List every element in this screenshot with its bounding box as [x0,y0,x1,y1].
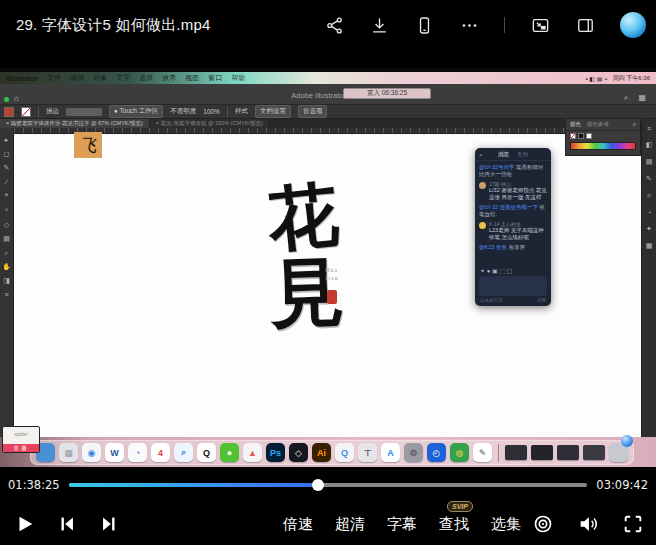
divider [38,107,39,117]
panel-icon-5[interactable]: ◔ [647,209,651,216]
panel-icon-3[interactable]: ✎ [646,175,652,183]
quality-button[interactable]: 超清 [335,515,365,534]
progress-thumb[interactable] [312,479,324,491]
panel-icon-2[interactable]: ▤ [646,158,653,166]
reference-swatch[interactable]: 飞 [74,132,102,158]
dock-icon-notes[interactable]: ✎ [473,443,492,462]
panel-icon-6[interactable]: ✦ [646,225,652,233]
dock-minimized-window-4[interactable] [583,445,605,460]
chat-panel[interactable]: × 消息 互动 @UI·32号同学 笔画粗细对比再大一些哈 17期·秋山 L/3… [475,148,551,306]
previous-button[interactable] [56,513,78,535]
color-panel-tab[interactable]: 颜色 [570,121,581,128]
corner-sticker-widget[interactable]: spider 直播 [2,426,40,453]
style-label[interactable]: 样式 [235,107,248,116]
play-button[interactable] [14,513,36,535]
speed-button[interactable]: 倍速 [283,515,313,534]
dock-icon-settings[interactable]: ⚙ [404,443,423,462]
touch-workspace-button[interactable]: ● Touch 工作区 [109,105,163,118]
panel-icon-7[interactable]: ▦ [646,242,653,250]
dock-icon-chrome[interactable]: ◔ [128,443,147,462]
black-swatch[interactable] [578,133,584,139]
stroke-swatch[interactable] [21,107,31,117]
white-swatch[interactable] [586,133,592,139]
opacity-value[interactable]: 100% [203,108,220,115]
titlebar-search-layout-icons[interactable]: ⌕ ▦ [624,93,650,103]
color-guide-tab[interactable]: 颜色参考 [587,121,609,128]
color-spectrum-bar[interactable] [570,142,636,150]
preferences-button[interactable]: 首选项 [298,105,328,118]
next-button[interactable] [98,513,120,535]
subtitle-button[interactable]: 字幕 [387,515,417,534]
episodes-button[interactable]: 选集 [491,515,521,534]
stroke-width-input[interactable] [66,108,102,116]
pip-icon[interactable] [530,15,550,35]
dock-icon-cloud-app[interactable]: ▲ [243,443,262,462]
panel-icon-4[interactable]: ⌗ [647,192,651,200]
chat-tab-messages[interactable]: 消息 [498,151,509,158]
pen-tool-icon[interactable]: ✎ [4,164,10,172]
mobile-icon[interactable] [414,15,434,35]
dock-icon-appstore[interactable]: A [381,443,400,462]
floating-assistant-ball[interactable] [621,435,633,447]
document-tab-active[interactable]: × 隔壁老陈字体课作业-花见书法字 @ 67% (CMYK/预览) [0,119,150,128]
dock-minimized-window-2[interactable] [531,445,553,460]
dock-minimized-window-3[interactable] [557,445,579,460]
stroke-label[interactable]: 描边 [46,107,59,116]
video-frame[interactable]: Illustrator 文件 编辑 对象 文字 选择 效果 视图 窗口 帮助 ▪… [0,68,656,467]
dock-icon-safari[interactable]: ◉ [82,443,101,462]
danmaku-settings-icon[interactable] [532,513,554,535]
volume-icon[interactable] [577,513,599,535]
artboard-tool-icon[interactable]: ◨ [3,277,10,285]
more-icon[interactable] [459,15,479,35]
hand-tool-icon[interactable]: ✋ [2,263,11,271]
search-button[interactable]: SVIP 查找 [439,515,469,534]
chat-tab-interact[interactable]: 互动 [517,151,528,158]
dock-icon-illustrator[interactable]: Ai [312,443,331,462]
menu-item-edit: 编辑 [70,73,84,83]
selection-tool-icon[interactable]: ▸ [5,136,9,144]
dock-minimized-window-1[interactable] [505,445,527,460]
direct-select-tool-icon[interactable]: ◻ [4,150,10,158]
dock-icon-qq[interactable]: Q [197,443,216,462]
share-icon[interactable] [324,15,344,35]
dock-icon-photoshop[interactable]: Ps [266,443,285,462]
document-tab-inactive[interactable]: × 花见-毛笔字修改稿 @ 150% (CMYK/预览) [150,119,270,128]
chat-input[interactable] [479,276,547,296]
tool-menu-icon[interactable]: ≡ [4,291,8,298]
chat-toolbar-icons[interactable]: ✦ ● ▣ ⬚ ▢ [475,265,551,276]
panel-icon-1[interactable]: ◧ [646,141,653,149]
video-title: 29. 字体设计5 如何做出.mp4 [16,16,210,35]
macos-menubar: Illustrator 文件 编辑 对象 文字 选择 效果 视图 窗口 帮助 ▪… [0,72,656,84]
collapse-icon[interactable]: ≡ [647,125,651,132]
shape-tool-icon[interactable]: ⌖ [5,191,9,199]
dock-icon-quicktime[interactable]: Q [335,443,354,462]
dock-icon-wechat[interactable]: ● [220,443,239,462]
document-setup-button[interactable]: 文档设置 [255,105,291,118]
dock-icon-word[interactable]: W [105,443,124,462]
progress-bar[interactable] [69,483,588,487]
panel-menu-icon[interactable]: ≡ [633,121,636,128]
line-tool-icon[interactable]: ∕ [6,178,7,185]
download-icon[interactable] [369,15,389,35]
chat-settings-link[interactable]: 设置 [537,298,546,303]
fullscreen-icon[interactable] [622,513,644,535]
add-anchor-tool-icon[interactable]: ＋ [3,205,10,215]
dock-icon-launchpad[interactable]: ▦ [59,443,78,462]
fill-swatch[interactable] [4,107,14,117]
none-swatch[interactable] [570,133,576,139]
dock-icon-measure-tool[interactable]: ⊤ [358,443,377,462]
type-tool-icon[interactable]: ▤ [3,235,10,243]
mini-window-icon[interactable] [575,15,595,35]
dock-icon-earth[interactable]: ◍ [450,443,469,462]
zoom-tool-icon[interactable]: ⌕ [5,249,9,257]
dock-icon-calendar[interactable]: 4 [151,443,170,462]
chat-avatar-2 [479,222,486,229]
rotate-tool-icon[interactable]: ◇ [4,221,9,229]
calligraphy-artwork[interactable]: 花 見 Hua Jian [243,180,363,330]
dock-icon-clock[interactable]: ◴ [427,443,446,462]
chat-mention-2: @UI·32 连接处再顺一下 收笔放松. [479,204,547,218]
user-avatar[interactable] [620,12,646,38]
dock-icon-browser-search[interactable]: ⌕ [174,443,193,462]
chat-close-icon[interactable]: × [479,152,483,158]
dock-icon-capcut[interactable]: ◇ [289,443,308,462]
